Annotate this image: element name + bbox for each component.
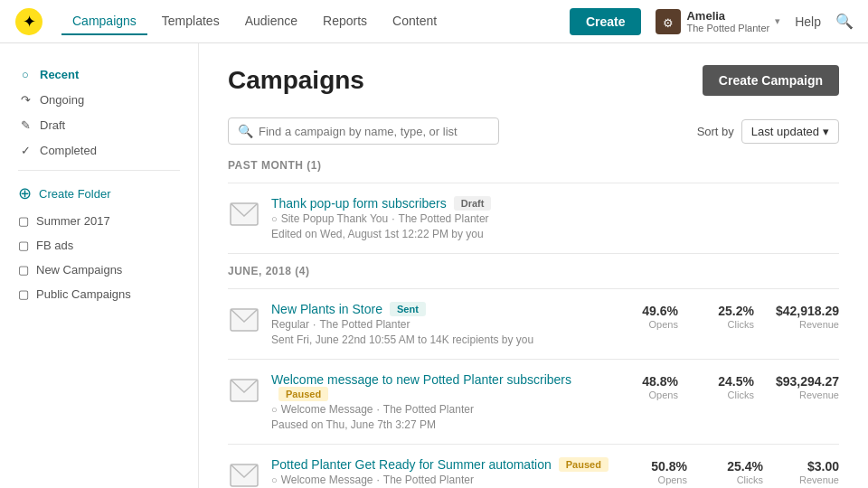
folder-label: New Campaigns xyxy=(36,263,122,277)
create-campaign-button[interactable]: Create Campaign xyxy=(703,65,839,96)
stat-value: 48.8% xyxy=(624,374,678,389)
search-input[interactable] xyxy=(259,125,489,138)
campaign-stats: 48.8% Opens 24.5% Clicks $93,294.27 Reve… xyxy=(624,372,839,400)
stat-clicks: 25.4% Clicks xyxy=(709,459,763,485)
status-badge: Paused xyxy=(559,457,609,472)
nav-links: Campaigns Templates Audience Reports Con… xyxy=(61,8,570,35)
nav-reports[interactable]: Reports xyxy=(312,8,378,35)
stat-label: Clicks xyxy=(700,319,754,330)
campaign-name[interactable]: Potted Planter Get Ready for Summer auto… xyxy=(271,457,552,472)
stat-label: Revenue xyxy=(785,474,839,485)
logo-icon[interactable]: ✦ xyxy=(14,7,43,36)
sort-label: Sort by xyxy=(697,125,734,138)
help-link[interactable]: Help xyxy=(795,14,821,29)
stat-value: 25.2% xyxy=(700,304,754,318)
campaign-info: Thank pop-up form subscribers Draft ○ Si… xyxy=(271,196,839,240)
stat-label: Clicks xyxy=(709,474,763,485)
campaign-email-icon xyxy=(228,459,260,488)
table-row: New Plants in Store Sent Regular · The P… xyxy=(228,289,839,360)
sidebar-item-completed[interactable]: ✓ Completed xyxy=(0,137,198,163)
create-button[interactable]: Create xyxy=(570,8,642,35)
campaign-list-past-month: Thank pop-up form subscribers Draft ○ Si… xyxy=(228,183,839,254)
stat-revenue: $93,294.27 Revenue xyxy=(776,374,839,400)
section-june2018-header: June, 2018 (4) xyxy=(228,265,839,281)
main-layout: ○ Recent ↷ Ongoing ✎ Draft ✓ Completed ⊕… xyxy=(0,43,868,488)
stat-label: Opens xyxy=(633,474,687,485)
user-text: Amelia The Potted Planter xyxy=(686,9,769,33)
campaign-subtype: ○ Welcome Message · The Potted Planter xyxy=(271,403,613,416)
table-row: Potted Planter Get Ready for Summer auto… xyxy=(228,445,839,488)
chevron-down-icon: ▾ xyxy=(823,125,829,138)
folder-icon: ▢ xyxy=(18,239,29,252)
page-title: Campaigns xyxy=(228,66,364,95)
sidebar-item-recent[interactable]: ○ Recent xyxy=(0,61,198,87)
sidebar-folder-fbads[interactable]: ▢ FB ads xyxy=(0,233,198,258)
sidebar: ○ Recent ↷ Ongoing ✎ Draft ✓ Completed ⊕… xyxy=(0,43,199,488)
search-sort-row: 🔍 Sort by Last updated ▾ xyxy=(228,117,839,145)
campaign-email-icon xyxy=(228,374,260,407)
campaign-meta: Sent Fri, June 22nd 10:55 AM to 14K reci… xyxy=(271,333,613,346)
campaign-email-icon xyxy=(228,198,260,230)
stat-clicks: 24.5% Clicks xyxy=(700,374,754,400)
campaign-info: Potted Planter Get Ready for Summer auto… xyxy=(271,457,622,486)
stat-label: Clicks xyxy=(700,389,754,400)
campaign-subtype: Regular · The Potted Planter xyxy=(271,318,613,331)
stat-revenue: $42,918.29 Revenue xyxy=(776,304,839,330)
nav-campaigns[interactable]: Campaigns xyxy=(61,8,147,35)
sidebar-nav-section: ○ Recent ↷ Ongoing ✎ Draft ✓ Completed xyxy=(0,61,198,163)
stat-value: 24.5% xyxy=(700,374,754,389)
sort-select[interactable]: Last updated ▾ xyxy=(741,119,839,144)
sidebar-folder-newcampaigns[interactable]: ▢ New Campaigns xyxy=(0,258,198,282)
campaign-stats: 49.6% Opens 25.2% Clicks $42,918.29 Reve… xyxy=(624,302,839,330)
folder-icon: ▢ xyxy=(18,263,29,277)
sidebar-draft-label: Draft xyxy=(40,118,65,132)
stat-clicks: 25.2% Clicks xyxy=(700,304,754,330)
user-menu[interactable]: ⚙ Amelia The Potted Planter ▾ xyxy=(656,9,780,34)
campaign-info: Welcome message to new Potted Planter su… xyxy=(271,372,613,431)
section-past-month-header: Past Month (1) xyxy=(228,159,839,175)
sidebar-item-ongoing[interactable]: ↷ Ongoing xyxy=(0,87,198,112)
nav-templates[interactable]: Templates xyxy=(151,8,231,35)
nav-audience[interactable]: Audience xyxy=(234,8,308,35)
stat-value: $3.00 xyxy=(785,459,839,474)
folder-icon: ▢ xyxy=(18,287,29,301)
campaign-info: New Plants in Store Sent Regular · The P… xyxy=(271,302,613,346)
folder-icon: ▢ xyxy=(18,214,29,228)
campaign-email-icon xyxy=(228,304,260,336)
user-org: The Potted Planter xyxy=(686,23,769,33)
campaign-name[interactable]: New Plants in Store xyxy=(271,302,382,316)
stat-label: Revenue xyxy=(776,389,839,400)
nav-right: Create ⚙ Amelia The Potted Planter ▾ Hel… xyxy=(570,8,854,35)
campaign-stats: 50.8% Opens 25.4% Clicks $3.00 Revenue xyxy=(633,457,839,485)
campaign-subtype: ○ Welcome Message · The Potted Planter xyxy=(271,474,622,486)
create-folder-button[interactable]: ⊕ Create Folder xyxy=(0,178,198,209)
svg-text:✦: ✦ xyxy=(23,13,36,31)
search-box[interactable]: 🔍 xyxy=(228,117,499,145)
campaign-subtype: ○ Site Popup Thank You · The Potted Plan… xyxy=(271,212,839,225)
campaign-name[interactable]: Thank pop-up form subscribers xyxy=(271,196,447,211)
stat-opens: 50.8% Opens xyxy=(633,459,687,485)
sidebar-folder-summer2017[interactable]: ▢ Summer 2017 xyxy=(0,209,198,233)
content-area: Campaigns Create Campaign 🔍 Sort by Last… xyxy=(199,43,868,488)
sidebar-ongoing-label: Ongoing xyxy=(40,93,84,107)
campaign-name[interactable]: Welcome message to new Potted Planter su… xyxy=(271,372,571,387)
svg-text:⚙: ⚙ xyxy=(663,16,674,30)
nav-content[interactable]: Content xyxy=(382,8,448,35)
sort-row: Sort by Last updated ▾ xyxy=(697,119,839,144)
sort-value: Last updated xyxy=(751,125,819,138)
folder-label: Summer 2017 xyxy=(36,214,110,228)
stat-label: Revenue xyxy=(776,319,839,330)
user-name: Amelia xyxy=(686,9,769,23)
stat-label: Opens xyxy=(624,389,678,400)
stat-value: 49.6% xyxy=(624,304,678,318)
table-row: Welcome message to new Potted Planter su… xyxy=(228,360,839,445)
search-box-icon: 🔍 xyxy=(238,124,253,138)
sidebar-completed-label: Completed xyxy=(40,144,97,157)
sidebar-item-draft[interactable]: ✎ Draft xyxy=(0,112,198,137)
sidebar-folder-public[interactable]: ▢ Public Campaigns xyxy=(0,282,198,306)
stat-value: $93,294.27 xyxy=(776,374,839,389)
folder-label: Public Campaigns xyxy=(36,287,131,301)
search-icon[interactable]: 🔍 xyxy=(835,13,854,30)
stat-opens: 49.6% Opens xyxy=(624,304,678,330)
stat-value: $42,918.29 xyxy=(776,304,839,318)
